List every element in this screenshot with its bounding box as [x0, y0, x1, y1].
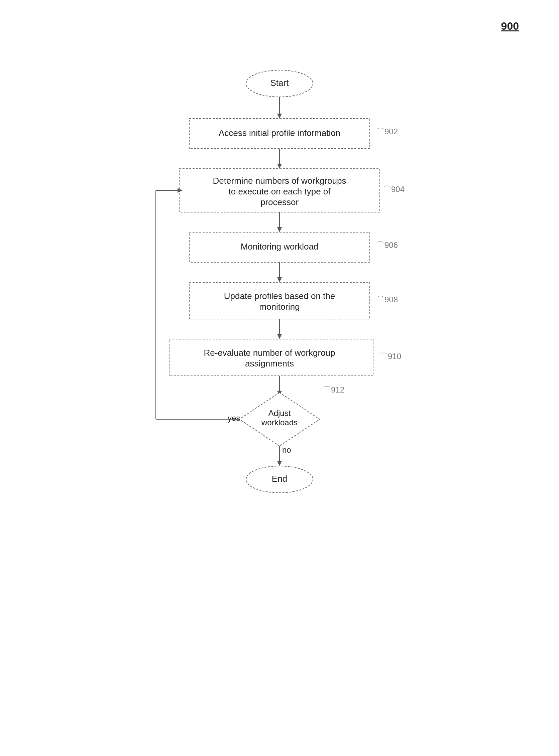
page-number: 900	[501, 20, 519, 32]
flowchart: Start Access initial profile information…	[0, 67, 559, 508]
